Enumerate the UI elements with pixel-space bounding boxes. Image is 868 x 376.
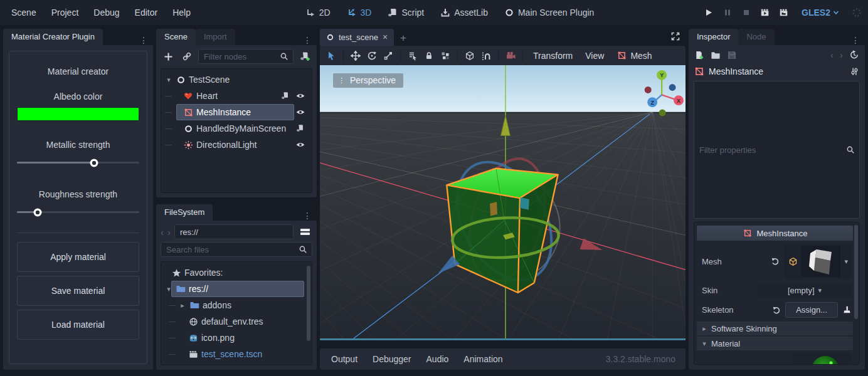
file-row-icon-png[interactable]: icon.png: [162, 330, 310, 346]
output-tab[interactable]: Output: [324, 350, 365, 368]
section-material[interactable]: ▾ Material: [697, 337, 853, 350]
pause-button[interactable]: [722, 8, 733, 18]
metallic-slider[interactable]: [17, 159, 139, 167]
workspace-assetlib[interactable]: AssetLib: [440, 8, 488, 18]
chevron-down-icon[interactable]: ▾: [165, 285, 172, 293]
list-select-button[interactable]: [405, 48, 420, 63]
instance-scene-button[interactable]: [179, 49, 194, 64]
mesh-menu[interactable]: Mesh: [611, 48, 657, 63]
tab-material-creator-plugin[interactable]: Material Creator Plugin: [3, 29, 103, 45]
debugger-tab[interactable]: Debugger: [365, 350, 419, 368]
tab-import[interactable]: Import: [196, 29, 235, 45]
workspace-2d[interactable]: 2D: [305, 8, 331, 18]
preview-camera-icon[interactable]: [503, 48, 518, 63]
close-icon[interactable]: ×: [383, 32, 388, 42]
workspace-main-screen-plugin[interactable]: Main Screen Plugin: [504, 8, 594, 18]
3d-viewport[interactable]: Y X Z ⋮ Perspective: [320, 65, 685, 340]
menu-editor[interactable]: Editor: [130, 5, 163, 20]
visibility-eye-icon[interactable]: [295, 107, 305, 117]
toggle-split-mode-icon[interactable]: [297, 224, 312, 239]
mesh-resource-picker[interactable]: ▾: [784, 244, 852, 279]
load-resource-icon[interactable]: [711, 50, 721, 60]
skin-resource-picker[interactable]: [empty] ▾: [758, 284, 852, 297]
roughness-slider[interactable]: [17, 208, 139, 216]
renderer-dropdown[interactable]: GLES2: [802, 8, 839, 18]
audio-tab[interactable]: Audio: [419, 350, 457, 368]
tab-filesystem[interactable]: FileSystem: [156, 204, 213, 221]
tab-scene[interactable]: Scene: [156, 29, 196, 45]
save-material-button[interactable]: Save material: [17, 276, 139, 306]
lock-icon[interactable]: [421, 48, 437, 63]
dock-menu-icon[interactable]: ⋮: [134, 35, 153, 45]
group-icon[interactable]: [438, 48, 453, 63]
new-resource-icon[interactable]: [694, 50, 704, 60]
extra-tools-icon[interactable]: [849, 66, 859, 76]
animation-tab[interactable]: Animation: [456, 350, 510, 368]
new-scene-tab-button[interactable]: +: [395, 31, 411, 46]
scale-tool-button[interactable]: [381, 48, 396, 63]
section-software-skinning[interactable]: ▸ Software Skinning: [697, 321, 853, 335]
dock-menu-icon[interactable]: ⋮: [298, 211, 317, 221]
attach-script-button[interactable]: [297, 49, 312, 64]
favorites-row[interactable]: Favorites:: [162, 264, 310, 281]
scrollbar[interactable]: [307, 266, 310, 341]
history-forward-button[interactable]: ›: [167, 227, 171, 238]
play-custom-scene-button[interactable]: [779, 8, 789, 18]
history-forward-button[interactable]: ›: [840, 50, 843, 60]
snap-icon[interactable]: [479, 48, 494, 63]
metallic-slider-thumb[interactable]: [90, 159, 98, 167]
add-node-button[interactable]: [161, 49, 176, 64]
material-resource-picker[interactable]: ▾: [793, 353, 852, 365]
tab-inspector[interactable]: Inspector: [689, 29, 738, 45]
play-button[interactable]: [704, 8, 714, 18]
visibility-eye-icon[interactable]: [295, 91, 305, 101]
chevron-down-icon[interactable]: ▾: [165, 76, 172, 84]
history-back-button[interactable]: ‹: [830, 50, 834, 60]
albedo-color-picker[interactable]: [17, 107, 139, 121]
revert-icon[interactable]: [771, 305, 781, 315]
select-tool-button[interactable]: [324, 48, 339, 63]
tab-node[interactable]: Node: [738, 29, 774, 45]
object-history-icon[interactable]: [849, 50, 859, 60]
perspective-menu[interactable]: ⋮ Perspective: [333, 73, 403, 88]
dock-menu-icon[interactable]: ⋮: [846, 35, 865, 45]
file-row-default-env[interactable]: default_env.tres: [162, 313, 310, 330]
scene-node-directionallight[interactable]: DirectionalLight: [162, 137, 310, 153]
move-tool-button[interactable]: [348, 48, 363, 63]
distraction-free-icon[interactable]: [665, 29, 685, 46]
apply-material-button[interactable]: Apply material: [17, 242, 139, 272]
filter-properties-input[interactable]: [698, 145, 843, 155]
stop-button[interactable]: [741, 8, 751, 18]
load-material-button[interactable]: Load material: [17, 310, 139, 340]
play-scene-button[interactable]: [760, 8, 770, 18]
view-menu[interactable]: View: [580, 48, 610, 63]
visibility-eye-icon[interactable]: [295, 140, 305, 150]
scene-node-handledbymainscreen[interactable]: HandledByMainScreen: [162, 120, 310, 137]
workspace-script[interactable]: Script: [388, 8, 424, 18]
menu-scene[interactable]: Scene: [6, 5, 41, 20]
workspace-3d[interactable]: 3D: [347, 8, 372, 18]
file-row-test-scene[interactable]: test_scene.tscn: [162, 346, 310, 362]
chevron-down-icon[interactable]: ▾: [844, 258, 848, 266]
menu-help[interactable]: Help: [167, 5, 196, 20]
save-resource-icon[interactable]: [727, 50, 737, 60]
node-picker-icon[interactable]: [842, 305, 852, 315]
revert-icon[interactable]: [770, 256, 780, 266]
chevron-down-icon[interactable]: ▾: [818, 286, 822, 295]
filter-nodes-input[interactable]: [203, 51, 277, 62]
tab-test-scene[interactable]: test_scene ×: [320, 29, 394, 46]
dock-menu-icon[interactable]: ⋮: [298, 35, 317, 45]
scrollbar[interactable]: [854, 225, 858, 319]
transform-menu[interactable]: Transform: [527, 48, 578, 63]
chevron-right-icon[interactable]: ▸: [179, 301, 186, 310]
current-path-input[interactable]: [179, 227, 289, 238]
menu-debug[interactable]: Debug: [88, 5, 124, 20]
local-space-icon[interactable]: [462, 48, 477, 63]
file-row-addons[interactable]: ▸ addons: [162, 297, 310, 313]
search-files-input[interactable]: [165, 244, 295, 255]
history-back-button[interactable]: ‹: [161, 227, 164, 238]
scene-node-heart[interactable]: Heart: [162, 88, 310, 104]
skeleton-assign-button[interactable]: Assign...: [785, 302, 838, 318]
roughness-slider-thumb[interactable]: [34, 208, 42, 216]
rotate-tool-button[interactable]: [364, 48, 379, 63]
